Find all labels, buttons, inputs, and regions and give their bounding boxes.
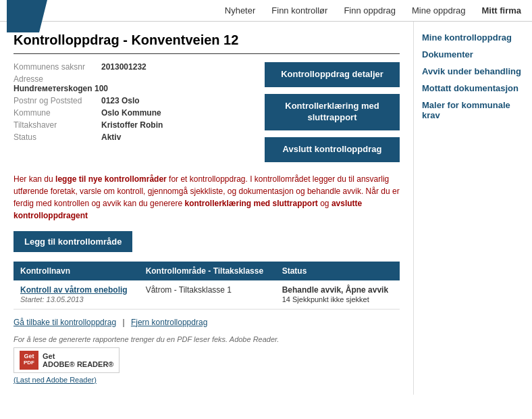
nav-mitt-firma[interactable]: Mitt firma	[482, 5, 522, 16]
back-link[interactable]: Gå tilbake til kontrolloppdrag	[14, 318, 116, 327]
remove-link[interactable]: Fjern kontrolloppdrag	[131, 318, 207, 327]
info-section: Kommunens saksnr 2013001232 Adresse Hund…	[14, 62, 251, 162]
pdf-notice: For å lese de genererte rapportene treng…	[14, 335, 400, 343]
status-sub: 14 Sjekkpunkt ikke sjekket	[282, 295, 369, 303]
col-status: Status	[275, 262, 400, 280]
table-cell-name: Kontroll av våtrom enebolig Startet: 13.…	[14, 280, 139, 310]
close-button[interactable]: Avslutt kontrolloppdrag	[265, 137, 400, 162]
pdf-badge-text-1: Get	[43, 352, 113, 360]
tiltakshaver-label: Tiltakshaver	[14, 120, 101, 130]
details-button[interactable]: Kontrolloppdrag detaljer	[265, 62, 400, 87]
sidebar: Mine kontrolloppdrag Dokumenter Avvik un…	[414, 22, 532, 395]
declaration-button[interactable]: Kontrollerklæring med sluttrapport	[265, 94, 400, 130]
top-navigation: Nyheter Finn kontrollør Finn oppdrag Min…	[0, 0, 532, 22]
kommune-value: Oslo Kommune	[101, 108, 161, 118]
info-text-p3: og	[320, 199, 331, 208]
status-value: Aktiv	[101, 132, 121, 142]
adobe-reader-link[interactable]: (Last ned Adobe Reader)	[14, 376, 400, 384]
info-text: Her kan du legge til nye kontrollområder…	[14, 173, 400, 222]
sidebar-maler[interactable]: Maler for kommunale krav	[422, 100, 524, 120]
add-control-area-button[interactable]: Legg til kontrollområde	[14, 231, 132, 252]
page-title: Kontrolloppdrag - Konventveien 12	[14, 32, 400, 48]
postnr-value: 0123 Oslo	[101, 96, 140, 105]
title-divider	[14, 53, 400, 54]
sidebar-dokumenter[interactable]: Dokumenter	[422, 49, 524, 59]
tiltakshaver-value: Kristoffer Robin	[101, 120, 163, 130]
postnr-label: Postnr og Poststed	[14, 96, 101, 105]
col-kontrollnavn: Kontrollnavn	[14, 262, 139, 280]
pdf-badge-text-2: ADOBE® READER®	[43, 360, 113, 368]
status-label: Status	[14, 132, 101, 142]
col-area: Kontrollområde - Tiltaksklasse	[139, 262, 275, 280]
saksnr-label: Kommunens saksnr	[14, 62, 101, 72]
main-content: Kontrolloppdrag - Konventveien 12 Kommun…	[0, 22, 414, 395]
table-row: Kontroll av våtrom enebolig Startet: 13.…	[14, 280, 400, 310]
nav-nyheter[interactable]: Nyheter	[225, 5, 256, 16]
kommune-label: Kommune	[14, 108, 101, 118]
control-started: Startet: 13.05.2013	[20, 295, 84, 303]
nav-finn-oppdrag[interactable]: Finn oppdrag	[344, 5, 396, 16]
sidebar-mine-kontrolloppdrag[interactable]: Mine kontrolloppdrag	[422, 32, 524, 43]
status-action: Behandle avvik, Åpne avvik	[282, 285, 388, 295]
info-text-p1: Her kan du	[14, 174, 55, 184]
control-name-link[interactable]: Kontroll av våtrom enebolig	[20, 285, 132, 295]
action-buttons: Kontrolloppdrag detaljer Kontrollerklæri…	[265, 62, 400, 162]
saksnr-value: 2013001232	[101, 62, 147, 72]
info-text-bold2: kontrollerklæring med sluttrapport	[184, 199, 317, 208]
bottom-links: Gå tilbake til kontrolloppdrag | Fjern k…	[14, 318, 400, 327]
nav-mine-oppdrag[interactable]: Mine oppdrag	[412, 5, 466, 16]
control-table: Kontrollnavn Kontrollområde - Tiltakskla…	[14, 262, 400, 310]
pdf-badge: Get PDF Get ADOBE® READER®	[14, 347, 119, 373]
pdf-icon: Get PDF	[20, 351, 38, 370]
adresse-label: Adresse	[14, 74, 251, 84]
sidebar-avvik[interactable]: Avvik under behandling	[422, 66, 524, 76]
nav-finn-kontrollar[interactable]: Finn kontrollør	[271, 5, 327, 16]
table-cell-area: Våtrom - Tiltaksklasse 1	[139, 280, 275, 310]
table-cell-status: Behandle avvik, Åpne avvik 14 Sjekkpunkt…	[275, 280, 400, 310]
info-text-bold1: legge til nye kontrollområder	[55, 174, 167, 184]
sidebar-mottatt[interactable]: Mottatt dokumentasjon	[422, 83, 524, 93]
link-separator: |	[122, 318, 124, 327]
adresse-value: Hundreметerskogen 100	[14, 84, 251, 93]
